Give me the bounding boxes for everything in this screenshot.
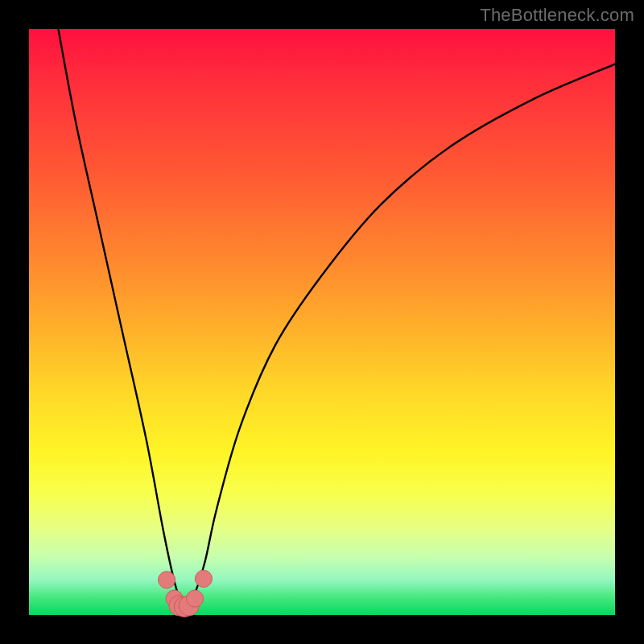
curve-markers — [159, 570, 213, 617]
plot-area — [29, 29, 615, 615]
curve-marker — [159, 572, 175, 588]
bottleneck-curve-svg — [29, 29, 615, 615]
outer-frame: TheBottleneck.com — [0, 0, 644, 644]
curve-marker — [186, 590, 203, 607]
curve-marker — [195, 570, 212, 587]
bottleneck-curve — [58, 29, 615, 607]
watermark-text: TheBottleneck.com — [480, 5, 634, 26]
